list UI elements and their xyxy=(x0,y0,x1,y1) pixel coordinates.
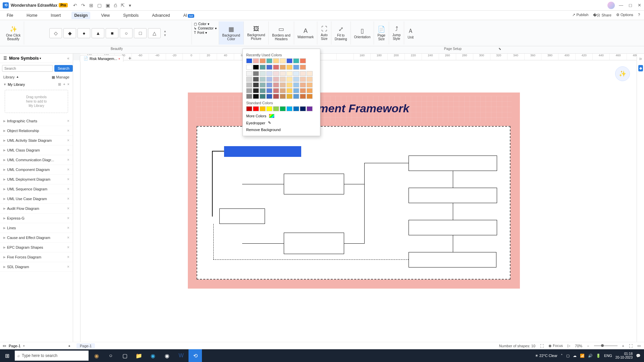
color-swatch[interactable] xyxy=(286,106,292,111)
fit-width-icon[interactable]: ▭ xyxy=(637,344,641,348)
tray-up-icon[interactable]: ˄ xyxy=(561,354,563,358)
save-icon[interactable]: ▣ xyxy=(106,3,110,8)
color-swatch[interactable] xyxy=(300,106,306,111)
color-swatch[interactable] xyxy=(253,106,259,111)
category-close-icon[interactable]: × xyxy=(67,158,69,162)
color-swatch[interactable] xyxy=(253,88,259,93)
color-swatch[interactable] xyxy=(253,71,259,76)
start-button[interactable]: ⊞ xyxy=(0,349,14,362)
borders-headers-button[interactable]: ▭ Borders and Headers xyxy=(269,21,294,45)
sidebar-category[interactable]: ▶Five Forces Diagram× xyxy=(0,252,73,262)
color-swatch[interactable] xyxy=(293,82,299,87)
color-swatch[interactable] xyxy=(253,94,259,99)
sidebar-category[interactable]: ▶UML Use Case Diagram× xyxy=(0,194,73,204)
tray-lang[interactable]: ENG xyxy=(604,354,612,358)
category-close-icon[interactable]: × xyxy=(67,167,69,172)
shape-box[interactable] xyxy=(284,233,344,254)
tray-onedrive-icon[interactable]: ☁ xyxy=(573,354,577,358)
color-swatch[interactable] xyxy=(286,65,292,70)
category-close-icon[interactable]: × xyxy=(67,206,69,211)
background-color-button[interactable]: ▦ Background Color xyxy=(219,21,244,45)
taskbar-clock[interactable]: 01:18 20-10-2023 xyxy=(615,352,633,359)
category-close-icon[interactable]: × xyxy=(67,216,69,221)
style-up-icon[interactable]: ▲ xyxy=(163,29,166,33)
pagesetup-launcher-icon[interactable]: ⬊ xyxy=(496,46,503,53)
focus-toggle[interactable]: ◉ Focus xyxy=(548,344,563,348)
redo-icon[interactable]: ↷ xyxy=(81,3,85,8)
color-swatch[interactable] xyxy=(307,82,313,87)
color-swatch[interactable] xyxy=(293,65,299,70)
play-icon[interactable]: ▷ xyxy=(568,344,570,348)
minimize-icon[interactable]: — xyxy=(619,3,623,8)
color-swatch[interactable] xyxy=(280,106,286,111)
color-swatch[interactable] xyxy=(273,65,279,70)
zoom-in-icon[interactable]: + xyxy=(622,344,624,348)
sidebar-more-icon[interactable]: ▾ xyxy=(40,57,41,60)
sidebar-category[interactable]: ▶Express-G× xyxy=(0,214,73,223)
color-swatch[interactable] xyxy=(293,58,299,63)
menu-advanced[interactable]: Advanced xyxy=(149,12,172,19)
font-dropdown[interactable]: T Font ▾ xyxy=(194,31,216,35)
color-swatch[interactable] xyxy=(280,88,286,93)
sidebar-category[interactable]: ▶UML Class Diagram× xyxy=(0,145,73,155)
color-swatch[interactable] xyxy=(286,94,292,99)
sidebar-category[interactable]: ▶Infographic Charts× xyxy=(0,116,73,126)
search-input[interactable] xyxy=(2,65,53,72)
mylib-plus-icon[interactable]: + xyxy=(63,82,65,86)
color-swatch[interactable] xyxy=(253,77,259,82)
tray-wifi-icon[interactable]: 📶 xyxy=(580,354,585,358)
color-swatch[interactable] xyxy=(300,94,306,99)
style-down-icon[interactable]: ▼ xyxy=(163,34,166,37)
color-swatch[interactable] xyxy=(293,88,299,93)
taskbar-chrome[interactable]: ◉ xyxy=(160,349,174,362)
autosize-button[interactable]: ⛶ Auto Size xyxy=(317,21,331,45)
color-swatch[interactable] xyxy=(286,58,292,63)
zoom-slider[interactable] xyxy=(594,345,618,346)
manage-button[interactable]: ▦ Manage xyxy=(52,75,69,79)
taskbar-app-generic[interactable]: ◉ xyxy=(90,349,103,362)
add-page-button[interactable]: + xyxy=(68,344,70,348)
color-swatch[interactable] xyxy=(293,94,299,99)
menu-file[interactable]: File xyxy=(4,12,16,19)
color-swatch[interactable] xyxy=(280,65,286,70)
category-close-icon[interactable]: × xyxy=(67,264,69,269)
library-label[interactable]: Library xyxy=(3,75,15,79)
color-swatch[interactable] xyxy=(280,58,286,63)
color-swatch[interactable] xyxy=(300,77,306,82)
qat-more-icon[interactable]: ▾ xyxy=(129,3,131,8)
color-swatch[interactable] xyxy=(266,82,272,87)
shape-box[interactable] xyxy=(284,174,344,194)
shape-box[interactable] xyxy=(409,252,496,267)
category-close-icon[interactable]: × xyxy=(67,187,69,191)
color-swatch[interactable] xyxy=(293,106,299,111)
color-swatch[interactable] xyxy=(266,71,272,76)
shape-box[interactable] xyxy=(409,156,497,171)
menu-ai[interactable]: AIhot xyxy=(181,12,197,19)
pagesize-button[interactable]: 📄 Page Size xyxy=(374,21,389,45)
color-swatch[interactable] xyxy=(307,77,313,82)
menu-symbols[interactable]: Symbols xyxy=(120,12,141,19)
ai-assistant-button[interactable]: ✨ xyxy=(615,66,630,81)
color-swatch[interactable] xyxy=(273,94,279,99)
fit-page-icon[interactable]: ⛶ xyxy=(629,344,633,348)
category-close-icon[interactable]: × xyxy=(67,128,69,133)
style-preset-8[interactable]: △ xyxy=(148,28,161,38)
taskbar-search[interactable]: ⌕ Type here to search xyxy=(15,351,89,361)
color-swatch[interactable] xyxy=(246,94,252,99)
dropzone[interactable]: Drag symbols here to add to My Library xyxy=(5,90,68,113)
color-swatch[interactable] xyxy=(253,65,259,70)
mylib-label[interactable]: My Library xyxy=(8,82,25,86)
sidebar-category[interactable]: ▶UML Deployment Diagram× xyxy=(0,175,73,184)
color-swatch[interactable] xyxy=(293,71,299,76)
shape-box[interactable] xyxy=(219,208,265,224)
zoom-out-icon[interactable]: − xyxy=(587,344,589,348)
page-select[interactable]: Page-1 xyxy=(9,344,20,348)
jumpstyle-button[interactable]: ⤴ Jump Style xyxy=(389,21,404,45)
publish-button[interactable]: ↗ Publish xyxy=(572,13,588,18)
background-picture-button[interactable]: 🖼 Background Picture xyxy=(244,21,269,45)
color-swatch[interactable] xyxy=(300,65,306,70)
taskbar-edge[interactable]: ◉ xyxy=(146,349,160,362)
color-swatch[interactable] xyxy=(260,77,266,82)
sidebar-collapse-icon[interactable]: « xyxy=(67,56,69,61)
color-swatch[interactable] xyxy=(266,106,272,111)
